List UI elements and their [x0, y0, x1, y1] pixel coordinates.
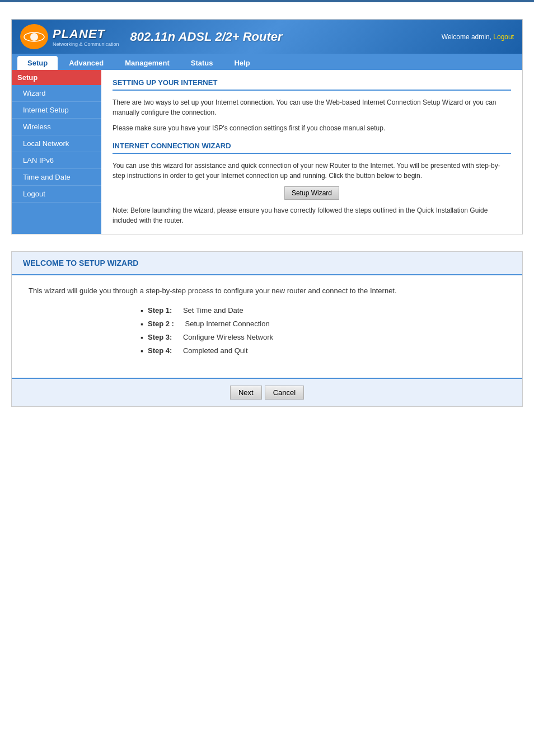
sidebar-item-logout[interactable]: Logout: [12, 186, 101, 203]
step1-text: Set Time and Date: [183, 306, 243, 314]
wizard-panel: WELCOME TO SETUP WIZARD This wizard will…: [11, 251, 523, 407]
step2-label: Step 2 :: [148, 320, 174, 328]
welcome-area: Welcome admin, Logout: [442, 33, 514, 41]
planet-logo-icon: [20, 24, 48, 49]
top-border: [0, 0, 534, 2]
nav-advanced[interactable]: Advanced: [59, 56, 114, 70]
brand-sub: Networking & Communication: [53, 41, 119, 47]
wizard-step-2: Step 2 : Setup Internet Connection: [29, 320, 505, 328]
page-wrapper: PLANET Networking & Communication 802.11…: [0, 13, 534, 412]
cancel-button[interactable]: Cancel: [265, 386, 304, 400]
paragraph2: Please make sure you have your ISP's con…: [113, 123, 511, 133]
wizard-section-title: INTERNET CONNECTION WIZARD: [113, 142, 511, 154]
sidebar-item-wireless[interactable]: Wireless: [12, 119, 101, 135]
setup-wizard-button[interactable]: Setup Wizard: [284, 186, 339, 200]
svg-point-2: [30, 33, 38, 41]
wizard-panel-footer: Next Cancel: [12, 378, 522, 406]
sidebar-item-time-and-date[interactable]: Time and Date: [12, 169, 101, 186]
step2-text: Setup Internet Connection: [185, 320, 270, 328]
router-panel: PLANET Networking & Communication 802.11…: [11, 19, 523, 234]
note-text: Note: Before launching the wizard, pleas…: [113, 205, 511, 226]
paragraph1: There are two ways to set up your Intern…: [113, 97, 511, 118]
planet-text: PLANET Networking & Communication: [53, 27, 119, 47]
nav-setup[interactable]: Setup: [17, 56, 58, 70]
logout-link[interactable]: Logout: [493, 33, 514, 41]
nav-management[interactable]: Management: [115, 56, 179, 70]
wizard-step-1: Step 1: Set Time and Date: [29, 306, 505, 315]
sidebar-item-lan-ipv6[interactable]: LAN IPv6: [12, 152, 101, 169]
step3-label: Step 3:: [148, 333, 172, 341]
section-title: SETTING UP YOUR INTERNET: [113, 78, 511, 91]
sidebar-item-local-network[interactable]: Local Network: [12, 135, 101, 152]
wizard-intro: This wizard will guide you through a ste…: [29, 287, 505, 295]
wizard-steps-list: Step 1: Set Time and Date Step 2 : Setup…: [29, 306, 505, 355]
wizard-panel-title: WELCOME TO SETUP WIZARD: [23, 259, 511, 267]
step1-label: Step 1:: [148, 306, 172, 314]
main-content: SETTING UP YOUR INTERNET There are two w…: [101, 70, 522, 234]
welcome-text: Welcome admin,: [442, 33, 491, 41]
step4-text: Completed and Quit: [183, 346, 248, 355]
sidebar-item-internet-setup[interactable]: Internet Setup: [12, 102, 101, 119]
content-wrapper: Setup Wizard Internet Setup Wireless Loc…: [12, 70, 522, 234]
router-title: 802.11n ADSL 2/2+ Router: [119, 30, 442, 44]
brand-name: PLANET: [53, 27, 119, 41]
sidebar-item-wizard[interactable]: Wizard: [12, 85, 101, 102]
step3-text: Configure Wireless Network: [183, 333, 273, 341]
wizard-panel-header: WELCOME TO SETUP WIZARD: [12, 252, 522, 275]
step4-label: Step 4:: [148, 346, 172, 355]
wizard-step-3: Step 3: Configure Wireless Network: [29, 333, 505, 342]
nav-bar: Setup Advanced Management Status Help: [12, 54, 522, 70]
next-button[interactable]: Next: [230, 386, 262, 400]
sidebar-section-header: Setup: [12, 70, 101, 85]
nav-help[interactable]: Help: [224, 56, 260, 70]
router-header: PLANET Networking & Communication 802.11…: [12, 20, 522, 54]
logo-area: PLANET Networking & Communication: [20, 24, 119, 49]
sidebar: Setup Wizard Internet Setup Wireless Loc…: [12, 70, 101, 234]
nav-status[interactable]: Status: [181, 56, 223, 70]
wizard-panel-body: This wizard will guide you through a ste…: [12, 275, 522, 378]
wizard-step-4: Step 4: Completed and Quit: [29, 346, 505, 355]
wizard-desc: You can use this wizard for assistance a…: [113, 161, 511, 181]
